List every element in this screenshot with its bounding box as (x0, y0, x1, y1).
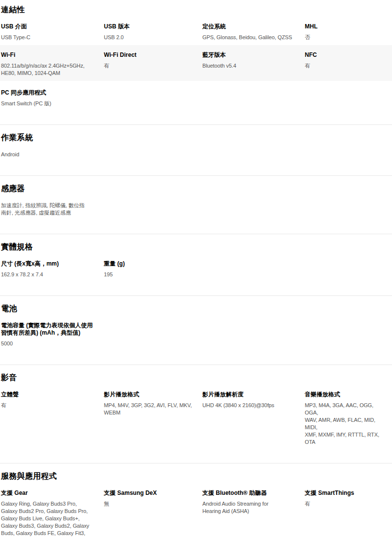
spec-row: 立體聲 有 影片播放格式 MP4, M4V, 3GP, 3G2, AVI, FL… (0, 383, 392, 450)
spec-cell-dimensions: 尺寸 (長x寬x高，mm) 162.9 x 78.2 x 7.4 (1, 260, 104, 278)
spec-value: USB Type-C (1, 34, 95, 41)
spec-label: 支援 Gear (1, 489, 95, 497)
spec-label: 影片播放解析度 (202, 391, 296, 398)
spec-value: Android Audio Streaming for Hearing Aid … (202, 500, 296, 515)
section-sensors: 感應器 加速度計, 指紋辨識, 陀螺儀, 數位指 南針, 光感應器, 虛擬趨近感… (0, 176, 392, 234)
section-title: 感應器 (0, 184, 392, 194)
spec-label: NFC (305, 51, 380, 59)
section-battery: 電池 電池容量 (實際電力表現依個人使用 習慣有所差異) (mAh，典型值) 5… (0, 296, 392, 365)
spec-row: 支援 Gear Galaxy Ring, Galaxy Buds3 Pro, G… (0, 481, 392, 537)
spec-cell-bt-hearing-aid: 支援 Bluetooth® 助聽器 Android Audio Streamin… (202, 489, 305, 537)
spec-cell-bluetooth: 藍牙版本 Bluetooth v5.4 (202, 51, 305, 77)
spec-value: Android (1, 151, 95, 158)
spec-row-shaded: Wi-Fi 802.11a/b/g/n/ac/ax 2.4GHz+5GHz, H… (0, 45, 392, 81)
spec-label: Wi-Fi (1, 51, 95, 59)
spec-label: 藍牙版本 (202, 51, 296, 59)
section-title: 實體規格 (0, 242, 392, 252)
spec-value: 有 (104, 62, 194, 70)
spec-label: 支援 SmartThings (305, 489, 380, 497)
spec-label: 重量 (g) (104, 260, 194, 268)
spec-cell-sensors: 加速度計, 指紋辨識, 陀螺儀, 數位指 南針, 光感應器, 虛擬趨近感應 (1, 202, 104, 217)
spec-value: 5000 (1, 340, 95, 347)
spec-label: 電池容量 (實際電力表現依個人使用 習慣有所差異) (mAh，典型值) (1, 322, 95, 337)
spec-label: PC 同步應用程式 (1, 89, 95, 97)
spec-cell-smartthings: 支援 SmartThings 有 (305, 489, 389, 537)
spec-cell-wifi-direct: Wi-Fi Direct 有 (104, 51, 202, 77)
spec-cell-usb-interface: USB 介面 USB Type-C (1, 23, 104, 41)
section-audio-video: 影音 立體聲 有 影片播放格式 MP4, M4V, 3GP, 3G2, AVI,… (0, 365, 392, 463)
spec-cell-os: Android (1, 151, 104, 158)
spec-cell-dex-support: 支援 Samsung DeX 無 (104, 489, 202, 537)
spec-value: MP3, M4A, 3GA, AAC, OGG, OGA, WAV, AMR, … (305, 402, 380, 446)
spec-row: Android (0, 143, 392, 162)
section-os: 作業系統 Android (0, 125, 392, 175)
spec-value: 加速度計, 指紋辨識, 陀螺儀, 數位指 南針, 光感應器, 虛擬趨近感應 (1, 202, 95, 217)
spec-label: 支援 Bluetooth® 助聽器 (202, 489, 296, 497)
spec-value: 802.11a/b/g/n/ac/ax 2.4GHz+5GHz, HE80, M… (1, 62, 95, 77)
spec-cell-mhl: MHL 否 (305, 23, 389, 41)
spec-cell-usb-version: USB 版本 USB 2.0 (104, 23, 202, 41)
spec-label: 支援 Samsung DeX (104, 489, 194, 497)
spec-cell-gear-support: 支援 Gear Galaxy Ring, Galaxy Buds3 Pro, G… (1, 489, 104, 537)
spec-label: 影片播放格式 (104, 391, 194, 398)
spec-page: 連結性 USB 介面 USB Type-C USB 版本 USB 2.0 定位系… (0, 5, 392, 537)
spec-label: USB 版本 (104, 23, 194, 30)
spec-label: 音樂播放格式 (305, 391, 380, 398)
section-services-apps: 服務與應用程式 支援 Gear Galaxy Ring, Galaxy Buds… (0, 464, 392, 537)
spec-row: 尺寸 (長x寬x高，mm) 162.9 x 78.2 x 7.4 重量 (g) … (0, 252, 392, 282)
spec-cell-audio-formats: 音樂播放格式 MP3, M4A, 3GA, AAC, OGG, OGA, WAV… (305, 391, 389, 446)
spec-row: USB 介面 USB Type-C USB 版本 USB 2.0 定位系統 GP… (0, 15, 392, 45)
spec-cell-battery-capacity: 電池容量 (實際電力表現依個人使用 習慣有所差異) (mAh，典型值) 5000 (1, 322, 104, 347)
spec-value: USB 2.0 (104, 34, 194, 41)
section-title: 電池 (0, 304, 392, 314)
spec-value: Smart Switch (PC 版) (1, 100, 95, 107)
spec-label: MHL (305, 23, 380, 30)
spec-value: 有 (305, 500, 380, 508)
section-title: 服務與應用程式 (0, 471, 392, 481)
spec-label: 尺寸 (長x寬x高，mm) (1, 260, 95, 268)
spec-value: 有 (305, 62, 380, 70)
spec-cell-wifi: Wi-Fi 802.11a/b/g/n/ac/ax 2.4GHz+5GHz, H… (1, 51, 104, 77)
spec-label: USB 介面 (1, 23, 95, 30)
spec-cell-pc-sync: PC 同步應用程式 Smart Switch (PC 版) (1, 89, 104, 107)
spec-cell-weight: 重量 (g) 195 (104, 260, 202, 278)
section-title: 作業系統 (0, 133, 392, 143)
spec-label: 立體聲 (1, 391, 95, 398)
spec-cell-video-resolution: 影片播放解析度 UHD 4K (3840 x 2160)@30fps (202, 391, 305, 446)
spec-cell-nfc: NFC 有 (305, 51, 389, 77)
spec-value: 否 (305, 34, 380, 41)
section-title: 影音 (0, 373, 392, 383)
spec-cell-stereo: 立體聲 有 (1, 391, 104, 446)
spec-row: 加速度計, 指紋辨識, 陀螺儀, 數位指 南針, 光感應器, 虛擬趨近感應 (0, 194, 392, 220)
spec-value: Bluetooth v5.4 (202, 62, 296, 70)
spec-value: 162.9 x 78.2 x 7.4 (1, 271, 95, 278)
spec-value: MP4, M4V, 3GP, 3G2, AVI, FLV, MKV, WEBM (104, 402, 194, 416)
spec-value: GPS, Glonass, Beidou, Galileo, QZSS (202, 34, 296, 41)
spec-label: 定位系統 (202, 23, 296, 30)
spec-label: Wi-Fi Direct (104, 51, 194, 59)
spec-value: 195 (104, 271, 194, 278)
spec-value: UHD 4K (3840 x 2160)@30fps (202, 402, 296, 409)
spec-cell-video-formats: 影片播放格式 MP4, M4V, 3GP, 3G2, AVI, FLV, MKV… (104, 391, 202, 446)
spec-value: 無 (104, 500, 194, 508)
section-title: 連結性 (0, 5, 392, 15)
section-connectivity: 連結性 USB 介面 USB Type-C USB 版本 USB 2.0 定位系… (0, 5, 392, 124)
spec-cell-location: 定位系統 GPS, Glonass, Beidou, Galileo, QZSS (202, 23, 305, 41)
spec-value: 有 (1, 402, 95, 409)
spec-row: PC 同步應用程式 Smart Switch (PC 版) (0, 81, 392, 111)
section-physical-spec: 實體規格 尺寸 (長x寬x高，mm) 162.9 x 78.2 x 7.4 重量… (0, 234, 392, 295)
spec-value: Galaxy Ring, Galaxy Buds3 Pro, Galaxy Bu… (1, 500, 95, 537)
spec-row: 電池容量 (實際電力表現依個人使用 習慣有所差異) (mAh，典型值) 5000 (0, 314, 392, 351)
